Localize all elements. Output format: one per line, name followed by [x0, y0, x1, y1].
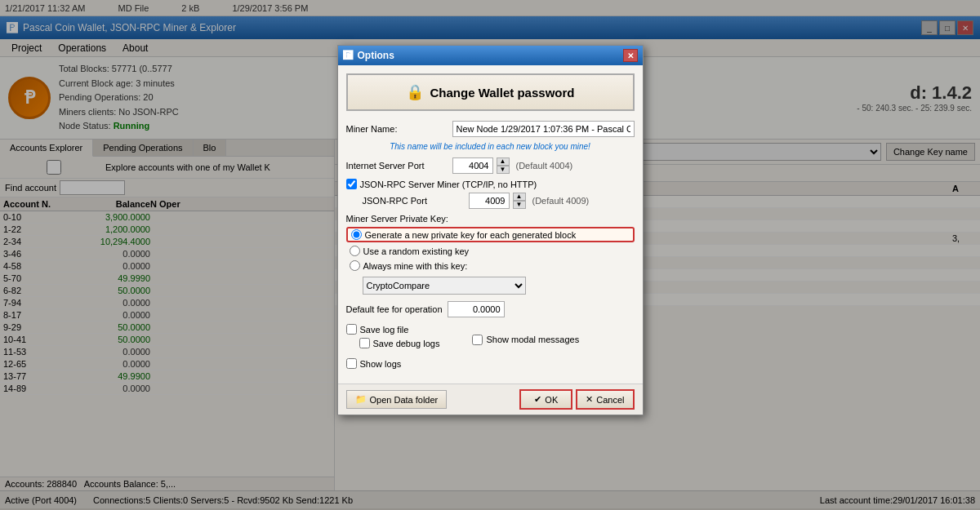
log-checkboxes: Save log file Save debug logs	[346, 324, 440, 352]
json-rpc-checkbox[interactable]	[346, 179, 357, 189]
json-rpc-port-spinner: ▲ ▼ (Default 4009)	[469, 193, 590, 209]
json-rpc-port-up[interactable]: ▲	[513, 193, 526, 201]
internet-port-down[interactable]: ▼	[497, 166, 510, 174]
dialog-overlay: 🅿 Options ✕ 🔒 Change Wallet password Min…	[0, 0, 980, 510]
show-modal-row: Show modal messages	[472, 324, 579, 355]
open-folder-label: Open Data folder	[370, 395, 439, 405]
cancel-x-icon: ✕	[586, 394, 593, 405]
miner-key-dropdown[interactable]: CryptoCompare	[363, 277, 526, 295]
miner-name-hint: This name will be included in each new b…	[346, 142, 635, 151]
options-dialog: 🅿 Options ✕ 🔒 Change Wallet password Min…	[337, 45, 644, 415]
show-logs-row: Show logs	[346, 358, 635, 369]
miner-name-row: Miner Name:	[346, 121, 635, 137]
show-logs-label: Show logs	[360, 359, 402, 369]
radio-generate-key-row: Generate a new private key for each gene…	[346, 227, 635, 242]
radio-random-key-label: Use a random existing key	[363, 246, 470, 256]
show-modal-label: Show modal messages	[486, 335, 579, 344]
internet-port-label: Internet Server Port	[346, 161, 452, 171]
json-rpc-port-down[interactable]: ▼	[513, 201, 526, 209]
internet-port-up[interactable]: ▲	[497, 157, 510, 166]
cb-top-row: Save log file Save debug logs Show modal…	[346, 324, 635, 358]
fee-label: Default fee for operation	[346, 304, 443, 314]
radio-random-key-row: Use a random existing key	[346, 245, 635, 257]
json-rpc-port-arrows: ▲ ▼	[513, 193, 526, 209]
change-pwd-label: Change Wallet password	[430, 86, 575, 100]
dialog-title: Options	[358, 50, 394, 61]
json-rpc-label: JSON-RPC Server Miner (TCP/IP, no HTTP)	[360, 180, 537, 189]
show-modal-checkbox[interactable]	[472, 335, 483, 345]
radio-random-key[interactable]	[350, 246, 360, 256]
json-rpc-port-default: (Default 4009)	[532, 196, 590, 206]
save-log-row: Save log file	[346, 324, 440, 335]
dialog-title-content: 🅿 Options	[343, 50, 394, 61]
miner-name-label: Miner Name:	[346, 124, 452, 134]
cb-section: Save log file Save debug logs Show modal…	[346, 324, 635, 369]
ok-label: OK	[545, 395, 558, 405]
save-log-label: Save log file	[360, 325, 409, 335]
internet-port-default: (Default 4004)	[516, 161, 573, 171]
dialog-title-bar: 🅿 Options ✕	[338, 46, 643, 65]
radio-always-mine-label: Always mine with this key:	[363, 261, 468, 271]
dialog-body: 🔒 Change Wallet password Miner Name: Thi…	[338, 65, 643, 384]
dropdown-row: CryptoCompare	[346, 277, 635, 295]
fee-input[interactable]	[448, 301, 505, 317]
save-log-checkbox[interactable]	[346, 324, 357, 335]
json-rpc-port-row: JSON-RPC Port ▲ ▼ (Default 4009)	[346, 193, 635, 209]
dialog-icon: 🅿	[343, 50, 353, 61]
radio-always-mine[interactable]	[350, 260, 360, 271]
cancel-label: Cancel	[596, 395, 624, 405]
folder-icon: 📁	[355, 394, 367, 405]
save-debug-label: Save debug logs	[373, 339, 440, 348]
footer-buttons: ✔ OK ✕ Cancel	[519, 389, 634, 410]
radio-generate-key[interactable]	[351, 229, 362, 240]
cancel-button[interactable]: ✕ Cancel	[576, 389, 634, 410]
save-debug-row: Save debug logs	[346, 338, 440, 348]
json-rpc-port-label: JSON-RPC Port	[363, 196, 469, 206]
ok-checkmark-icon: ✔	[534, 394, 541, 405]
miner-name-input[interactable]	[452, 121, 635, 137]
json-rpc-cb-row: JSON-RPC Server Miner (TCP/IP, no HTTP)	[346, 179, 635, 189]
dialog-footer: 📁 Open Data folder ✔ OK ✕ Cancel	[338, 384, 643, 415]
miner-key-label: Miner Server Private Key:	[346, 214, 635, 224]
show-logs-checkbox[interactable]	[346, 358, 357, 369]
fee-row: Default fee for operation	[346, 301, 635, 317]
internet-port-row: Internet Server Port ▲ ▼ (Default 4004)	[346, 157, 635, 174]
change-wallet-password-button[interactable]: 🔒 Change Wallet password	[346, 73, 635, 111]
internet-port-input[interactable]	[452, 157, 493, 174]
dialog-close-button[interactable]: ✕	[623, 49, 638, 62]
json-rpc-port-input[interactable]	[469, 193, 510, 209]
radio-group: Generate a new private key for each gene…	[346, 227, 635, 272]
ok-button[interactable]: ✔ OK	[519, 389, 572, 410]
radio-always-mine-row: Always mine with this key:	[346, 259, 635, 272]
internet-port-spinner: ▲ ▼ (Default 4004)	[452, 157, 573, 174]
lock-icon: 🔒	[406, 83, 424, 101]
radio-generate-key-label: Generate a new private key for each gene…	[365, 230, 577, 240]
save-debug-checkbox[interactable]	[359, 338, 370, 348]
internet-port-arrows: ▲ ▼	[497, 157, 510, 174]
open-data-folder-button[interactable]: 📁 Open Data folder	[346, 390, 448, 409]
